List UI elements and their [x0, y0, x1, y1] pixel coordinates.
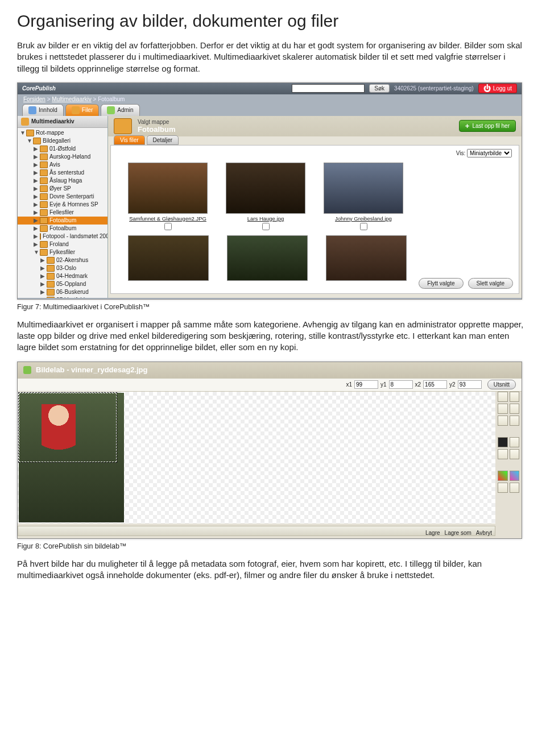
tab-filer[interactable]: Filer — [65, 104, 99, 116]
tool-zoom-out[interactable] — [510, 392, 520, 402]
x1-input[interactable] — [354, 380, 378, 389]
thumbnail-extra-1[interactable] — [128, 235, 209, 281]
crumb-1[interactable]: Multimediaarkiv — [52, 96, 91, 102]
view-select[interactable]: Miniatyrbilde — [467, 149, 512, 157]
tree-node[interactable]: ▶01-Østfold — [18, 145, 107, 153]
logout-button[interactable]: ⏻Logg ut — [478, 84, 517, 93]
tool-rotate-l[interactable] — [498, 416, 508, 426]
folder-icon — [40, 241, 48, 248]
tree-node[interactable]: ▶Åslaug Haga — [18, 177, 107, 185]
folder-icon — [47, 297, 55, 298]
save-button[interactable]: Lagre — [425, 530, 440, 536]
tool-flip-h[interactable] — [498, 404, 508, 414]
tree-node[interactable]: ▼Fylkesfiler — [18, 248, 107, 256]
y1-input[interactable] — [389, 380, 413, 389]
tool-bright-down[interactable] — [498, 449, 508, 459]
thumbnail-image[interactable] — [226, 163, 305, 214]
y2-input[interactable] — [458, 380, 482, 389]
image-canvas[interactable] — [18, 392, 495, 524]
tree-node[interactable]: ▶Ås senterstud — [18, 169, 107, 177]
expand-icon: ▶ — [40, 289, 45, 295]
expand-icon: ▶ — [34, 201, 38, 207]
delete-selected-button[interactable]: Slett valgte — [468, 278, 513, 289]
tool-contrast-up[interactable] — [510, 437, 520, 447]
tree-node[interactable]: ▶Aurskog-Høland — [18, 153, 107, 161]
tool-flip-v[interactable] — [510, 404, 520, 414]
admin-icon — [107, 106, 115, 114]
save-as-button[interactable]: Lagre som — [445, 530, 471, 536]
bildelab-title: Bildelab - vinner_ryddesag2.jpg — [36, 365, 148, 374]
tool-redo[interactable] — [510, 483, 520, 493]
subtab-detaljer[interactable]: Detaljer — [147, 135, 179, 145]
folder-icon — [40, 209, 48, 216]
tool-zoom-in[interactable] — [498, 392, 508, 402]
h-scrollbar[interactable] — [18, 526, 495, 536]
tree-node[interactable]: ▶Froland — [18, 240, 107, 248]
thumbnail-extra-2[interactable] — [227, 235, 308, 281]
tool-bright-up[interactable] — [510, 449, 520, 459]
bildelab-titlebar: Bildelab - vinner_ryddesag2.jpg — [18, 362, 522, 378]
thumbnail-extra-3[interactable] — [326, 235, 407, 281]
tree-node[interactable]: ▶04-Hedmark — [18, 272, 107, 280]
folder-icon — [40, 217, 48, 224]
expand-icon: ▶ — [34, 169, 38, 176]
tree-node[interactable]: ▼Bildegalleri — [18, 137, 107, 145]
crumb-0[interactable]: Forsiden — [23, 96, 46, 102]
tool-contrast-down[interactable] — [498, 437, 508, 447]
crop-selection[interactable] — [19, 393, 117, 462]
tool-rotate-r[interactable] — [510, 416, 520, 426]
tab-admin[interactable]: Admin — [101, 104, 139, 116]
tree-node[interactable]: ▼Rot-mappe — [18, 129, 107, 137]
tree-node[interactable]: ▶Øyer SP — [18, 185, 107, 193]
tool-color-a[interactable] — [498, 471, 508, 481]
tree-label: 04-Hedmark — [56, 273, 88, 279]
thumbnail-caption[interactable]: Lars Hauge.jpg — [226, 215, 305, 222]
tree-label: Dovre Senterparti — [49, 193, 94, 200]
x2-input[interactable] — [423, 380, 447, 389]
tree-node[interactable]: ▶03-Oslo — [18, 264, 107, 272]
tree-node[interactable]: ▶Fotoalbum — [18, 225, 107, 232]
tool-color-b[interactable] — [510, 471, 520, 481]
screenshot-bildelab: Bildelab - vinner_ryddesag2.jpg x1 y1 x2… — [17, 362, 522, 539]
tab-innhold[interactable]: Innhold — [22, 104, 64, 116]
app-topbar: CorePublish Søk 3402625 (senterpartiet-s… — [18, 83, 522, 94]
search-input[interactable] — [292, 84, 365, 93]
thumbnail-checkbox[interactable] — [164, 223, 172, 230]
tree-node[interactable]: ▶Fotopool - landsmøtet 2007 — [18, 232, 107, 240]
utsnitt-button[interactable]: Utsnitt — [487, 380, 516, 389]
tree-node[interactable]: ▶Dovre Senterparti — [18, 193, 107, 201]
tree-node[interactable]: ▶Evje & Hornnes SP — [18, 201, 107, 209]
search-button[interactable]: Søk — [369, 84, 390, 93]
content-header: Valgt mappe Fotoalbum +Last opp fil her — [108, 116, 522, 136]
expand-icon: ▶ — [34, 146, 38, 152]
tree-node[interactable]: ▶Fellesfiler — [18, 209, 107, 217]
y2-label: y2 — [449, 381, 456, 388]
tree-node[interactable]: ▶Avis — [18, 161, 107, 169]
content-area: Valgt mappe Fotoalbum +Last opp fil her … — [108, 116, 522, 298]
thumbnail-checkbox[interactable] — [360, 223, 367, 230]
tree-label: Fylkesfiler — [49, 249, 75, 255]
thumbnail: Lars Hauge.jpg — [226, 163, 305, 232]
thumbnail-checkbox[interactable] — [262, 223, 270, 230]
thumbnail-caption[interactable]: Johnny Greibesland.jpg — [324, 215, 403, 222]
move-selected-button[interactable]: Flytt valgte — [419, 278, 463, 289]
subtab-vis-filer[interactable]: Vis filer — [114, 135, 145, 145]
power-icon: ⏻ — [483, 85, 491, 92]
expand-icon: ▶ — [34, 193, 38, 200]
upload-button[interactable]: +Last opp fil her — [459, 120, 516, 132]
cancel-button[interactable]: Avbryt — [476, 530, 492, 536]
tree-node[interactable]: ▶07-Vestfold — [18, 296, 107, 298]
tree-node[interactable]: ▶06-Buskerud — [18, 288, 107, 296]
tool-undo[interactable] — [498, 483, 508, 493]
thumbnail-image[interactable] — [128, 163, 208, 214]
tree-node[interactable]: ▶02-Akershus — [18, 256, 107, 264]
thumbnail-image[interactable] — [324, 163, 403, 214]
tree-node[interactable]: ▶05-Oppland — [18, 280, 107, 288]
view-selector: Vis: Miniatyrbilde — [456, 149, 512, 157]
expand-icon: ▼ — [34, 249, 38, 255]
expand-icon: ▶ — [34, 209, 38, 215]
thumbnail-caption[interactable]: Samfunnet & Gløshaugen2.JPG — [128, 215, 208, 222]
tree-node[interactable]: ▶Fotoalbum — [18, 217, 107, 225]
folder-large-icon — [114, 118, 132, 134]
tree-label: 01-Østfold — [49, 146, 76, 152]
